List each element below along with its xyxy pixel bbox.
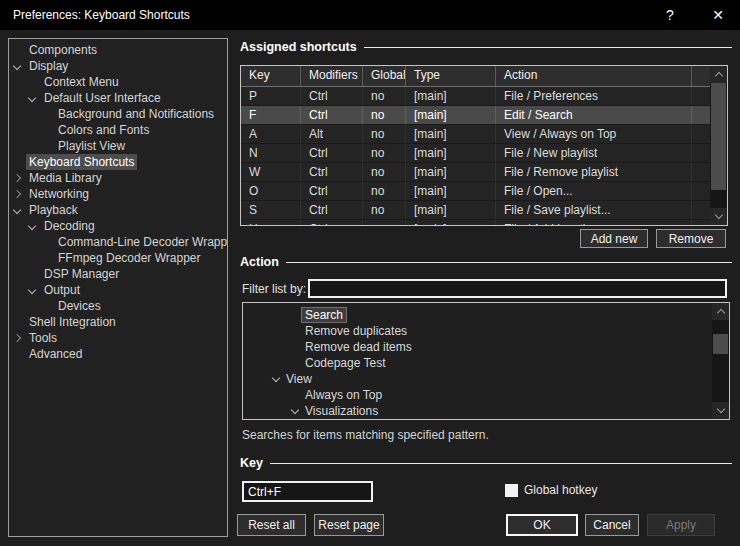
scroll-down-icon[interactable] [710,208,727,225]
sidebar-item-keyboard-shortcuts[interactable]: Keyboard Shortcuts [9,154,227,170]
sidebar-item-dsp-manager[interactable]: DSP Manager [9,266,227,282]
cell-global: no [363,106,406,124]
shortcut-row[interactable]: SCtrlno[main]File / Save playlist... [241,201,710,220]
sidebar-item-command-line-decoder-wrapper[interactable]: Command-Line Decoder Wrapper [9,234,227,250]
shortcut-row[interactable]: FCtrlno[main]Edit / Search [241,106,710,125]
scroll-down-icon[interactable] [712,402,729,419]
shortcut-row[interactable]: OCtrlno[main]File / Open... [241,182,710,201]
action-item-label: Codepage Test [305,355,386,371]
sidebar-item-colors-and-fonts[interactable]: Colors and Fonts [9,122,227,138]
sidebar-item-media-library[interactable]: Media Library [9,170,227,186]
action-item-label: View [286,371,312,387]
chevron-right-icon[interactable] [13,190,21,198]
column-header-action[interactable]: Action [496,66,692,86]
remove-button[interactable]: Remove [656,229,726,248]
sidebar-item-ffmpeg-decoder-wrapper[interactable]: FFmpeg Decoder Wrapper [9,250,227,266]
sidebar-item-display[interactable]: Display [9,58,227,74]
sidebar-item-tools[interactable]: Tools [9,330,227,346]
column-header-type[interactable]: Type [406,66,496,86]
add-new-button[interactable]: Add new [580,229,648,248]
sidebar-item-context-menu[interactable]: Context Menu [9,74,227,90]
cell-type: [main] [406,106,496,124]
reset-all-button[interactable]: Reset all [237,514,306,536]
column-header-modifiers[interactable]: Modifiers [301,66,363,86]
global-hotkey-label: Global hotkey [524,483,597,498]
sidebar-item-label: FFmpeg Decoder Wrapper [58,250,201,266]
chevron-down-icon[interactable] [28,286,36,294]
scroll-thumb[interactable] [711,83,726,190]
cell-global: no [363,125,406,143]
cell-action: File / Preferences [496,87,692,105]
reset-page-button[interactable]: Reset page [314,514,384,536]
scroll-up-icon[interactable] [710,66,727,83]
close-button[interactable]: ✕ [702,0,734,30]
shortcut-row[interactable]: UCtrlno[main]File / Add location... [241,220,710,225]
shortcut-row[interactable]: AAltno[main]View / Always on Top [241,125,710,144]
shortcuts-table-body: PCtrlno[main]File / PreferencesFCtrlno[m… [241,87,710,225]
sidebar-item-label: Context Menu [44,74,119,90]
sidebar-item-shell-integration[interactable]: Shell Integration [9,314,227,330]
action-item-codepage-test[interactable]: Codepage Test [243,355,729,371]
key-input[interactable] [242,481,373,502]
chevron-right-icon[interactable] [13,334,21,342]
sidebar-item-background-and-notifications[interactable]: Background and Notifications [9,106,227,122]
sidebar-item-default-user-interface[interactable]: Default User Interface [9,90,227,106]
column-header-global[interactable]: Global [363,66,406,86]
scroll-thumb[interactable] [713,334,728,354]
action-item-remove-duplicates[interactable]: Remove duplicates [243,323,729,339]
shortcuts-table-scrollbar[interactable] [710,66,727,225]
global-hotkey-checkbox[interactable] [505,484,518,497]
chevron-right-icon[interactable] [13,174,21,182]
chevron-up-icon [716,309,724,317]
sidebar-item-playback[interactable]: Playback [9,202,227,218]
group-key: Key [240,455,732,471]
help-icon: ? [666,7,674,23]
action-item-label: Visualizations [305,403,378,419]
preferences-dialog: Preferences: Keyboard Shortcuts ? ✕ Comp… [0,0,740,546]
action-item-remove-dead-items[interactable]: Remove dead items [243,339,729,355]
sidebar-item-label: Networking [29,186,89,202]
action-item-label: Always on Top [305,387,382,403]
sidebar-item-advanced[interactable]: Advanced [9,346,227,362]
chevron-down-icon[interactable] [28,94,36,102]
shortcut-row[interactable]: PCtrlno[main]File / Preferences [241,87,710,106]
group-assigned-shortcuts: Assigned shortcuts [240,39,732,55]
sidebar-item-label: Default User Interface [44,90,161,106]
action-list-scrollbar[interactable] [712,303,729,419]
sidebar-item-label: Playback [29,202,78,218]
column-header-key[interactable]: Key [241,66,301,86]
sidebar-item-label: Playlist View [58,138,125,154]
action-item-label: Search [301,307,347,323]
action-item-label: Remove dead items [305,339,412,355]
cell-type: [main] [406,87,496,105]
shortcut-row[interactable]: NCtrlno[main]File / New playlist [241,144,710,163]
sidebar-item-devices[interactable]: Devices [9,298,227,314]
ok-button[interactable]: OK [506,514,578,536]
filter-input[interactable] [308,279,727,298]
help-button[interactable]: ? [654,0,686,30]
chevron-down-icon[interactable] [291,406,299,414]
sidebar-item-components[interactable]: Components [9,42,227,58]
chevron-down-icon[interactable] [13,62,21,70]
shortcut-row[interactable]: WCtrlno[main]File / Remove playlist [241,163,710,182]
action-item-view[interactable]: View [243,371,729,387]
sidebar-item-decoding[interactable]: Decoding [9,218,227,234]
sidebar-item-output[interactable]: Output [9,282,227,298]
scroll-up-icon[interactable] [712,303,729,320]
cell-action: File / Remove playlist [496,163,692,181]
apply-button[interactable]: Apply [647,514,715,536]
sidebar-item-networking[interactable]: Networking [9,186,227,202]
divider-line [270,463,732,464]
chevron-down-icon[interactable] [272,374,280,382]
close-icon: ✕ [712,7,724,23]
sidebar-item-playlist-view[interactable]: Playlist View [9,138,227,154]
cell-type: [main] [406,182,496,200]
chevron-down-icon[interactable] [28,222,36,230]
cell-key: P [241,87,301,105]
action-item-always-on-top[interactable]: Always on Top [243,387,729,403]
action-item-visualizations[interactable]: Visualizations [243,403,729,419]
action-item-search[interactable]: Search [243,307,729,323]
action-tree-list: SearchRemove duplicatesRemove dead items… [242,302,730,420]
chevron-down-icon[interactable] [13,206,21,214]
cancel-button[interactable]: Cancel [585,514,639,536]
